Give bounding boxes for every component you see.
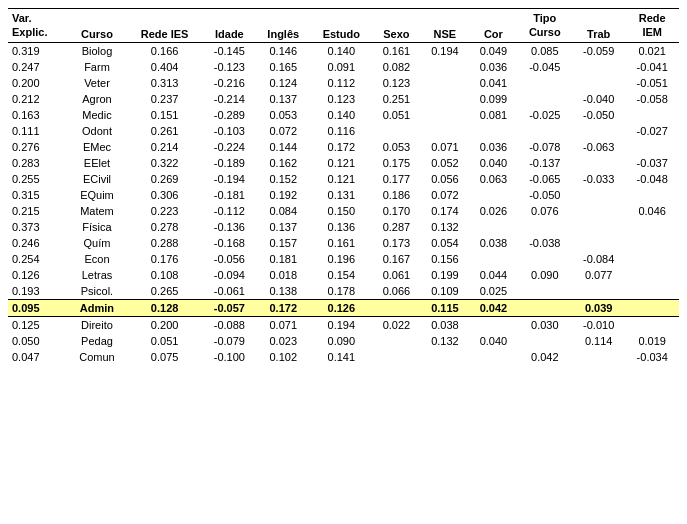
- cell-idade: -0.057: [203, 299, 257, 316]
- cell-trab: [572, 219, 626, 235]
- cell-curso: EMec: [67, 139, 126, 155]
- cell-nse: 0.174: [421, 203, 469, 219]
- cell-idade: -0.056: [203, 251, 257, 267]
- cell-estudo: 0.154: [310, 267, 372, 283]
- cell-nse: 0.109: [421, 283, 469, 300]
- cell-cor: 0.099: [469, 91, 517, 107]
- cell-rede_ies: 0.313: [127, 75, 203, 91]
- cell-estudo: 0.161: [310, 235, 372, 251]
- cell-ingles: 0.102: [256, 349, 310, 365]
- cell-nse: 0.071: [421, 139, 469, 155]
- cell-rede_iem: [625, 219, 679, 235]
- cell-rede_iem: [625, 235, 679, 251]
- cell-curso: Comun: [67, 349, 126, 365]
- cell-rede_iem: [625, 299, 679, 316]
- cell-sexo: 0.170: [372, 203, 420, 219]
- cell-cor: [469, 219, 517, 235]
- cell-idade: -0.214: [203, 91, 257, 107]
- cell-nse: 0.115: [421, 299, 469, 316]
- cell-trab: [572, 349, 626, 365]
- cell-idade: -0.079: [203, 333, 257, 349]
- cell-sexo: [372, 349, 420, 365]
- cell-curso: Odont: [67, 123, 126, 139]
- cell-tipo_curso: [518, 333, 572, 349]
- cell-estudo: 0.090: [310, 333, 372, 349]
- cell-curso: ECivil: [67, 171, 126, 187]
- cell-cor: 0.042: [469, 299, 517, 316]
- cell-cor: 0.063: [469, 171, 517, 187]
- header-cor: Cor: [469, 9, 517, 43]
- cell-var: 0.163: [8, 107, 67, 123]
- table-row: 0.254Econ0.176-0.0560.1810.1960.1670.156…: [8, 251, 679, 267]
- cell-trab: [572, 235, 626, 251]
- cell-var: 0.276: [8, 139, 67, 155]
- cell-var: 0.373: [8, 219, 67, 235]
- cell-tipo_curso: -0.045: [518, 59, 572, 75]
- header-idade: Idade: [203, 9, 257, 43]
- cell-rede_ies: 0.265: [127, 283, 203, 300]
- cell-trab: [572, 187, 626, 203]
- cell-rede_ies: 0.051: [127, 333, 203, 349]
- cell-tipo_curso: [518, 91, 572, 107]
- table-row: 0.200Veter0.313-0.2160.1240.1120.1230.04…: [8, 75, 679, 91]
- cell-curso: Matem: [67, 203, 126, 219]
- cell-var: 0.255: [8, 171, 67, 187]
- cell-rede_ies: 0.128: [127, 299, 203, 316]
- cell-tipo_curso: [518, 123, 572, 139]
- cell-curso: Biolog: [67, 42, 126, 59]
- header-sexo: Sexo: [372, 9, 420, 43]
- cell-nse: [421, 349, 469, 365]
- cell-rede_ies: 0.278: [127, 219, 203, 235]
- cell-rede_ies: 0.166: [127, 42, 203, 59]
- table-row: 0.255ECivil0.269-0.1940.1520.1210.1770.0…: [8, 171, 679, 187]
- cell-rede_iem: -0.041: [625, 59, 679, 75]
- cell-nse: 0.038: [421, 316, 469, 333]
- cell-cor: 0.026: [469, 203, 517, 219]
- cell-tipo_curso: -0.025: [518, 107, 572, 123]
- cell-trab: [572, 75, 626, 91]
- cell-idade: -0.103: [203, 123, 257, 139]
- cell-rede_iem: 0.021: [625, 42, 679, 59]
- cell-rede_iem: -0.051: [625, 75, 679, 91]
- cell-rede_ies: 0.261: [127, 123, 203, 139]
- cell-cor: 0.081: [469, 107, 517, 123]
- cell-estudo: 0.116: [310, 123, 372, 139]
- cell-nse: 0.132: [421, 333, 469, 349]
- cell-curso: Admin: [67, 299, 126, 316]
- cell-sexo: 0.287: [372, 219, 420, 235]
- main-table: Var. Explic. Curso Rede IES Idade Inglês…: [8, 8, 679, 365]
- cell-estudo: 0.172: [310, 139, 372, 155]
- cell-sexo: 0.175: [372, 155, 420, 171]
- cell-var: 0.319: [8, 42, 67, 59]
- cell-ingles: 0.053: [256, 107, 310, 123]
- cell-curso: Pedag: [67, 333, 126, 349]
- cell-var: 0.246: [8, 235, 67, 251]
- cell-rede_iem: [625, 139, 679, 155]
- cell-ingles: 0.172: [256, 299, 310, 316]
- cell-curso: EElet: [67, 155, 126, 171]
- cell-sexo: 0.177: [372, 171, 420, 187]
- cell-var: 0.254: [8, 251, 67, 267]
- cell-tipo_curso: [518, 251, 572, 267]
- cell-ingles: 0.137: [256, 91, 310, 107]
- cell-ingles: 0.084: [256, 203, 310, 219]
- cell-estudo: 0.194: [310, 316, 372, 333]
- cell-tipo_curso: -0.050: [518, 187, 572, 203]
- cell-ingles: 0.124: [256, 75, 310, 91]
- cell-nse: 0.194: [421, 42, 469, 59]
- cell-tipo_curso: 0.042: [518, 349, 572, 365]
- cell-estudo: 0.150: [310, 203, 372, 219]
- cell-tipo_curso: [518, 299, 572, 316]
- cell-estudo: 0.126: [310, 299, 372, 316]
- table-row: 0.319Biolog0.166-0.1450.1460.1400.1610.1…: [8, 42, 679, 59]
- cell-cor: 0.038: [469, 235, 517, 251]
- cell-curso: Medic: [67, 107, 126, 123]
- cell-estudo: 0.196: [310, 251, 372, 267]
- cell-trab: -0.059: [572, 42, 626, 59]
- table-row: 0.047Comun0.075-0.1000.1020.1410.042-0.0…: [8, 349, 679, 365]
- cell-trab: -0.033: [572, 171, 626, 187]
- cell-estudo: 0.121: [310, 155, 372, 171]
- cell-tipo_curso: [518, 219, 572, 235]
- cell-tipo_curso: 0.030: [518, 316, 572, 333]
- cell-rede_iem: -0.027: [625, 123, 679, 139]
